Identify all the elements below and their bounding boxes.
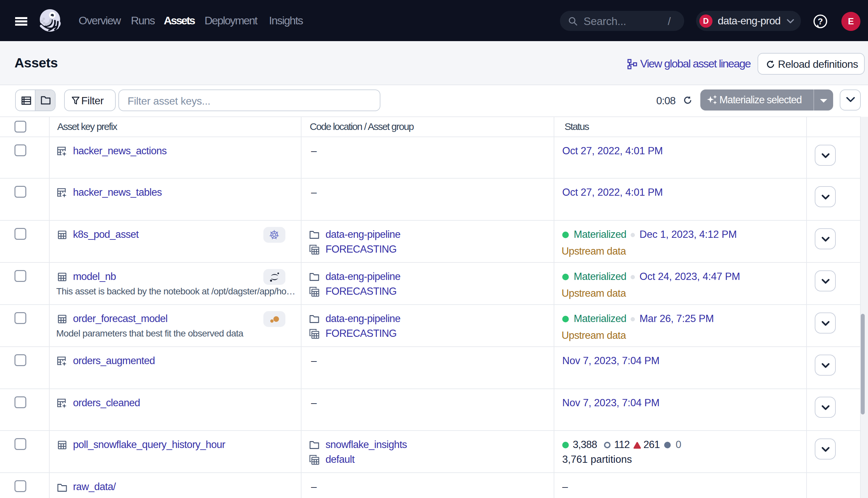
svg-text:?: ? xyxy=(818,16,823,26)
